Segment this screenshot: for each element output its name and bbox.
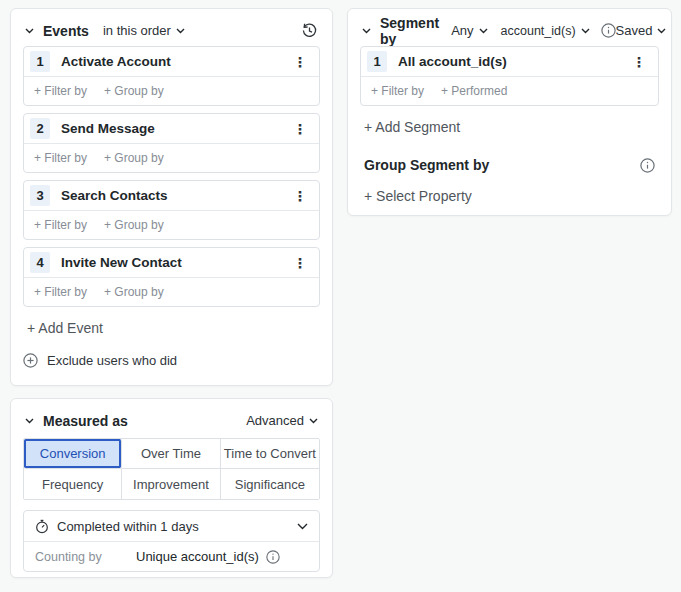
stopwatch-icon	[35, 519, 49, 534]
add-segment-button[interactable]: + Add Segment	[348, 119, 671, 135]
event-number-badge: 4	[30, 252, 50, 273]
segment-any-label: Any	[451, 23, 473, 38]
kebab-menu-icon[interactable]: ⋮	[628, 53, 650, 71]
kebab-menu-icon[interactable]: ⋮	[289, 53, 311, 71]
group-by-link[interactable]: + Group by	[104, 151, 164, 165]
measure-mode-grid: Conversion Over Time Time to Convert Fre…	[23, 438, 320, 500]
kebab-menu-icon[interactable]: ⋮	[289, 120, 311, 138]
exclude-users-label: Exclude users who did	[47, 353, 177, 368]
events-panel: Events in this order 1 Activate Account …	[10, 8, 333, 386]
event-name: Activate Account	[61, 54, 171, 69]
segment-property-dropdown[interactable]: account_id(s)	[501, 24, 590, 38]
segment-any-dropdown[interactable]: Any	[451, 23, 487, 38]
measured-collapse-chevron-icon[interactable]	[25, 418, 34, 424]
advanced-label: Advanced	[246, 413, 304, 428]
event-card-1: 1 Activate Account ⋮ + Filter by + Group…	[23, 46, 320, 106]
group-segment-row: Group Segment by	[348, 157, 671, 173]
group-by-link[interactable]: + Group by	[104, 285, 164, 299]
segment-cards: 1 All account_id(s) ⋮ + Filter by + Perf…	[348, 46, 671, 106]
event-order-dropdown[interactable]: in this order	[103, 23, 185, 38]
group-segment-title: Group Segment by	[364, 157, 489, 173]
add-event-button[interactable]: + Add Event	[11, 320, 332, 336]
segment-card-1: 1 All account_id(s) ⋮ + Filter by + Perf…	[360, 46, 659, 106]
segment-saved-dropdown[interactable]: Saved	[616, 23, 667, 38]
filter-by-link[interactable]: + Filter by	[34, 84, 87, 98]
segment-number-badge: 1	[367, 51, 387, 72]
event-row[interactable]: 4 Invite New Contact ⋮	[24, 248, 319, 278]
event-row[interactable]: 2 Send Message ⋮	[24, 114, 319, 144]
event-card-4: 4 Invite New Contact ⋮ + Filter by + Gro…	[23, 247, 320, 307]
event-name: Invite New Contact	[61, 255, 182, 270]
mode-frequency[interactable]: Frequency	[24, 469, 122, 499]
counting-by-row[interactable]: Counting by Unique account_id(s)	[24, 541, 319, 571]
segment-property-label: account_id(s)	[501, 24, 576, 38]
conversion-settings-box: Completed within 1 days Counting by Uniq…	[23, 510, 320, 572]
measured-panel: Measured as Advanced Conversion Over Tim…	[10, 398, 333, 578]
event-actions: + Filter by + Group by	[24, 144, 319, 172]
event-row[interactable]: 3 Search Contacts ⋮	[24, 181, 319, 211]
event-name: Search Contacts	[61, 188, 168, 203]
counting-by-value: Unique account_id(s)	[136, 549, 259, 564]
mode-significance[interactable]: Significance	[221, 469, 319, 499]
event-cards: 1 Activate Account ⋮ + Filter by + Group…	[11, 46, 332, 307]
event-actions: + Filter by + Group by	[24, 77, 319, 105]
group-segment-info-icon[interactable]	[640, 158, 655, 173]
event-actions: + Filter by + Group by	[24, 278, 319, 306]
counting-info-icon[interactable]	[266, 550, 280, 564]
segment-row[interactable]: 1 All account_id(s) ⋮	[361, 47, 658, 77]
completed-within-row[interactable]: Completed within 1 days	[24, 511, 319, 541]
chevron-down-icon	[657, 28, 666, 34]
measured-panel-title: Measured as	[43, 413, 128, 429]
segment-panel-header: Segment by Any account_id(s) Saved	[348, 9, 671, 46]
filter-by-link[interactable]: + Filter by	[371, 84, 424, 98]
event-card-3: 3 Search Contacts ⋮ + Filter by + Group …	[23, 180, 320, 240]
event-number-badge: 3	[30, 185, 50, 206]
segment-collapse-chevron-icon[interactable]	[362, 28, 371, 34]
kebab-menu-icon[interactable]: ⋮	[289, 254, 311, 272]
events-collapse-chevron-icon[interactable]	[25, 28, 34, 34]
segment-panel-title: Segment by	[380, 15, 439, 47]
chevron-down-icon	[479, 28, 488, 34]
group-by-link[interactable]: + Group by	[104, 84, 164, 98]
event-actions: + Filter by + Group by	[24, 211, 319, 239]
select-property-button[interactable]: + Select Property	[348, 188, 671, 204]
chevron-down-icon	[309, 418, 318, 424]
kebab-menu-icon[interactable]: ⋮	[289, 187, 311, 205]
chevron-down-icon	[297, 523, 308, 530]
event-order-label: in this order	[103, 23, 171, 38]
event-card-2: 2 Send Message ⋮ + Filter by + Group by	[23, 113, 320, 173]
events-panel-title: Events	[43, 23, 89, 39]
measured-panel-header: Measured as Advanced	[11, 399, 332, 436]
segment-panel: Segment by Any account_id(s) Saved	[347, 8, 672, 216]
event-number-badge: 2	[30, 118, 50, 139]
segment-saved-label: Saved	[616, 23, 653, 38]
chevron-down-icon	[581, 28, 590, 34]
completed-within-label: Completed within 1 days	[57, 519, 199, 534]
advanced-dropdown[interactable]: Advanced	[246, 413, 318, 428]
event-row[interactable]: 1 Activate Account ⋮	[24, 47, 319, 77]
chevron-down-icon	[176, 28, 185, 34]
filter-by-link[interactable]: + Filter by	[34, 151, 87, 165]
history-icon[interactable]	[301, 22, 318, 39]
exclude-users-button[interactable]: Exclude users who did	[11, 353, 332, 368]
mode-time-to-convert[interactable]: Time to Convert	[221, 439, 319, 469]
event-number-badge: 1	[30, 51, 50, 72]
events-panel-header: Events in this order	[11, 9, 332, 46]
event-name: Send Message	[61, 121, 155, 136]
mode-conversion[interactable]: Conversion	[24, 439, 122, 469]
segment-name: All account_id(s)	[398, 54, 507, 69]
mode-improvement[interactable]: Improvement	[122, 469, 220, 499]
counting-by-label: Counting by	[35, 550, 136, 564]
mode-over-time[interactable]: Over Time	[122, 439, 220, 469]
filter-by-link[interactable]: + Filter by	[34, 218, 87, 232]
segment-actions: + Filter by + Performed	[361, 77, 658, 105]
group-by-link[interactable]: + Group by	[104, 218, 164, 232]
plus-circle-icon	[23, 353, 38, 368]
segment-info-icon[interactable]	[601, 23, 616, 38]
performed-link[interactable]: + Performed	[441, 84, 507, 98]
filter-by-link[interactable]: + Filter by	[34, 285, 87, 299]
